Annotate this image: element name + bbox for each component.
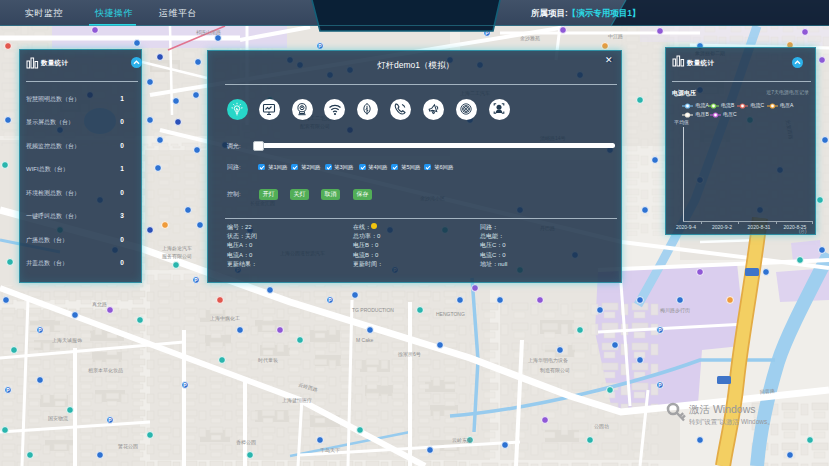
svg-text:金沙雅苑: 金沙雅苑	[520, 35, 540, 42]
svg-text:徐家所6号: 徐家所6号	[397, 351, 421, 358]
svg-text:千岛天下: 千岛天下	[320, 447, 340, 454]
svg-text:TG PRODUCTION: TG PRODUCTION	[352, 307, 394, 313]
svg-text:制造有限公司: 制造有限公司	[540, 367, 570, 374]
svg-text:上海中旗化工: 上海中旗化工	[210, 315, 240, 322]
svg-text:真北路: 真北路	[92, 301, 107, 308]
svg-text:时代童装: 时代童装	[258, 357, 278, 363]
svg-text:警花公园: 警花公园	[118, 443, 138, 450]
svg-text:上海健恒医疗: 上海健恒医疗	[282, 397, 312, 404]
svg-text:公园坊: 公园坊	[594, 423, 609, 430]
svg-text:上海华明电力设备: 上海华明电力设备	[528, 357, 568, 364]
svg-text:上海天诚服饰: 上海天诚服饰	[52, 337, 82, 344]
svg-text:国安物流: 国安物流	[48, 415, 68, 422]
svg-text:服务有限公司: 服务有限公司	[162, 253, 192, 259]
svg-text:香樟公园: 香樟公园	[236, 439, 256, 446]
svg-text:云岭东路: 云岭东路	[452, 437, 472, 443]
svg-text:相亲本草化妆品: 相亲本草化妆品	[88, 367, 123, 374]
svg-text:HENGTONG: HENGTONG	[436, 311, 465, 317]
svg-text:梅川路步行街: 梅川路步行街	[660, 307, 690, 314]
svg-text:上海蔚途汽车: 上海蔚途汽车	[162, 245, 192, 252]
svg-text:M Cake: M Cake	[356, 337, 373, 343]
